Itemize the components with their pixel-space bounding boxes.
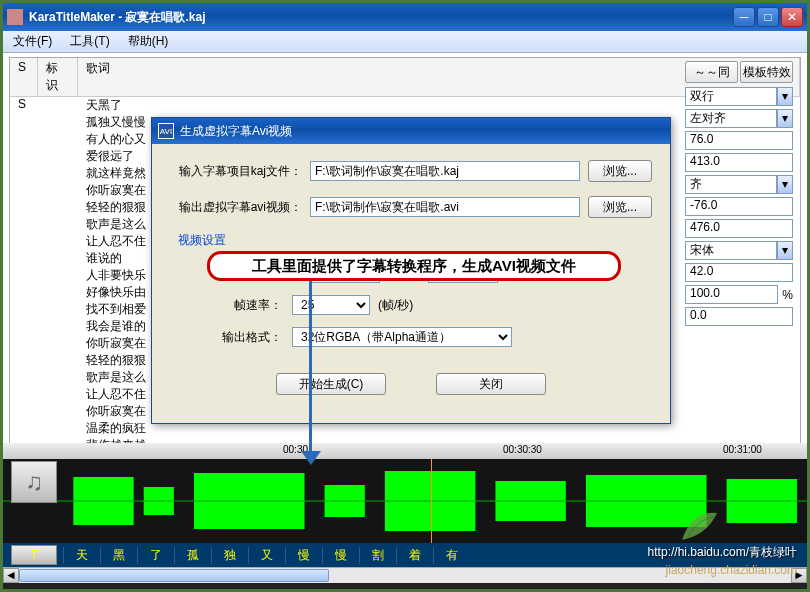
- time-ruler[interactable]: 00:30 00:30:30 00:31:00: [3, 443, 807, 459]
- dialog-icon: AVI: [158, 123, 174, 139]
- list-header: S 标识 歌词: [10, 58, 800, 97]
- scrollbar-thumb[interactable]: [19, 569, 329, 582]
- annotation-arrow: [309, 281, 312, 453]
- lyric-char-block[interactable]: 慢: [285, 547, 322, 564]
- chevron-down-icon[interactable]: ▾: [777, 175, 793, 194]
- generate-button[interactable]: 开始生成(C): [276, 373, 386, 395]
- col-header-s[interactable]: S: [10, 58, 38, 96]
- font-select[interactable]: 宋体: [685, 241, 777, 260]
- annotation-callout: 工具里面提供了字幕转换程序，生成AVI视频文件: [207, 251, 621, 281]
- panel-tab-template[interactable]: 模板特效: [740, 61, 793, 83]
- panel-tab-attr[interactable]: ～～同: [685, 61, 738, 83]
- chevron-down-icon[interactable]: ▾: [777, 109, 793, 128]
- playhead[interactable]: [431, 459, 432, 543]
- maximize-button[interactable]: □: [757, 7, 779, 27]
- list-item[interactable]: S天黑了: [10, 97, 800, 114]
- align2-select[interactable]: 齐: [685, 175, 777, 194]
- browse-kaj-button[interactable]: 浏览...: [588, 160, 652, 182]
- watermark-url-2: jiaocheng.chazidian.com: [666, 563, 797, 577]
- time-label: 00:31:00: [723, 444, 762, 455]
- lyric-char-block[interactable]: 了: [137, 547, 174, 564]
- watermark-url-1: http://hi.baidu.com/青枝绿叶: [648, 544, 797, 561]
- output-avi-label: 输出虚拟字幕avi视频：: [170, 199, 302, 216]
- video-settings-label: 视频设置: [178, 232, 652, 249]
- app-icon: [7, 9, 23, 25]
- lyric-char-block[interactable]: 独: [211, 547, 248, 564]
- menu-bar: 文件(F) 工具(T) 帮助(H): [3, 31, 807, 53]
- browse-avi-button[interactable]: 浏览...: [588, 196, 652, 218]
- music-note-icon: ♫: [11, 461, 57, 503]
- lyric-char-block[interactable]: 又: [248, 547, 285, 564]
- menu-file[interactable]: 文件(F): [9, 31, 56, 52]
- window-titlebar: KaraTitleMaker - 寂寞在唱歌.kaj ─ □ ✕: [3, 3, 807, 31]
- lyric-char-block[interactable]: 慢: [322, 547, 359, 564]
- lyric-char-block[interactable]: 黑: [100, 547, 137, 564]
- close-button[interactable]: ✕: [781, 7, 803, 27]
- output-avi-field[interactable]: [310, 197, 580, 217]
- lyric-char-block[interactable]: 孤: [174, 547, 211, 564]
- prop-value-5[interactable]: 42.0: [685, 263, 793, 282]
- prop-value-1[interactable]: 76.0: [685, 131, 793, 150]
- fps-select[interactable]: 25: [292, 295, 370, 315]
- properties-panel: ～～同 模板特效 双行 ▾ 左对齐 ▾ 76.0 413.0 齐 ▾ -76.0…: [685, 61, 793, 329]
- percent-label: %: [782, 288, 793, 302]
- fps-label: 帧速率：: [170, 297, 282, 314]
- input-kaj-label: 输入字幕项目kaj文件：: [170, 163, 302, 180]
- leaf-watermark-icon: [677, 505, 727, 545]
- input-kaj-field[interactable]: [310, 161, 580, 181]
- close-dialog-button[interactable]: 关闭: [436, 373, 546, 395]
- lyric-char-block[interactable]: 有: [433, 547, 470, 564]
- lyric-char-block[interactable]: 割: [359, 547, 396, 564]
- chevron-down-icon[interactable]: ▾: [777, 241, 793, 260]
- lyric-char-block[interactable]: 天: [63, 547, 100, 564]
- format-select[interactable]: 32位RGBA（带Alpha通道）: [292, 327, 512, 347]
- menu-tools[interactable]: 工具(T): [66, 31, 113, 52]
- prop-value-2[interactable]: 413.0: [685, 153, 793, 172]
- prop-value-7[interactable]: 0.0: [685, 307, 793, 326]
- window-title: KaraTitleMaker - 寂寞在唱歌.kaj: [29, 9, 733, 26]
- format-label: 输出格式：: [170, 329, 282, 346]
- dialog-titlebar[interactable]: AVI 生成虚拟字幕Avi视频: [152, 118, 670, 144]
- chevron-down-icon[interactable]: ▾: [777, 87, 793, 106]
- lyric-char-block[interactable]: 着: [396, 547, 433, 564]
- time-label: 00:30:30: [503, 444, 542, 455]
- col-header-tag[interactable]: 标识: [38, 58, 78, 96]
- align-select[interactable]: 左对齐: [685, 109, 777, 128]
- menu-help[interactable]: 帮助(H): [124, 31, 173, 52]
- scroll-left-button[interactable]: ◄: [3, 568, 19, 583]
- text-track-icon: T: [11, 545, 57, 565]
- prop-value-4[interactable]: 476.0: [685, 219, 793, 238]
- prop-value-6[interactable]: 100.0: [685, 285, 778, 304]
- line-mode-select[interactable]: 双行: [685, 87, 777, 106]
- minimize-button[interactable]: ─: [733, 7, 755, 27]
- annotation-arrowhead: [301, 451, 321, 465]
- dialog-title: 生成虚拟字幕Avi视频: [180, 123, 292, 140]
- fps-unit-label: (帧/秒): [378, 297, 413, 314]
- prop-value-3[interactable]: -76.0: [685, 197, 793, 216]
